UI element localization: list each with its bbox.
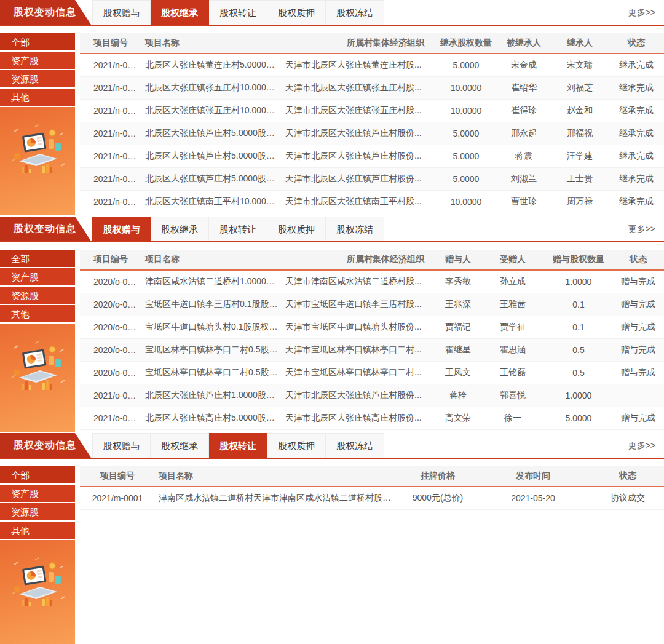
table-cell: 王凤文 bbox=[435, 367, 481, 378]
column-header: 挂牌价格 bbox=[401, 471, 475, 482]
table-cell: 协议成交 bbox=[591, 493, 664, 504]
data-table: 项目编号项目名称挂牌价格发布时间状态 2021/m-0001津南区咸水沽镇二道桥… bbox=[80, 466, 664, 644]
tab-2[interactable]: 股权转让 bbox=[209, 217, 267, 241]
tab-1[interactable]: 股权继承 bbox=[151, 217, 209, 241]
table-cell: 徐一 bbox=[481, 413, 545, 424]
tab-3[interactable]: 股权质押 bbox=[267, 433, 326, 458]
tab-bar: 股权赠与股权继承股权转让股权质押股权冻结 bbox=[92, 433, 384, 458]
table-cell: 天津市宝坻区林亭口镇林亭口二村... bbox=[282, 367, 435, 378]
table-row[interactable]: 2021/n-0043北辰区大张庄镇南王平村10.0000股股权继...天津市北… bbox=[80, 191, 664, 213]
sidebar-item-0[interactable]: 全部 bbox=[0, 250, 75, 268]
table-row[interactable]: 2021/n-0049北辰区大张庄镇张五庄村10.0000股股权继...天津市北… bbox=[80, 77, 664, 100]
table-cell: 天津市北辰区大张庄镇张五庄村股... bbox=[282, 105, 435, 116]
tab-3[interactable]: 股权质押 bbox=[267, 217, 326, 241]
sidebar-item-1[interactable]: 资产股 bbox=[0, 52, 75, 70]
table-row[interactable]: 2020/o-0003宝坻区牛道口镇塘头村0.1股股权赠与项目天津市宝坻区牛道口… bbox=[80, 316, 664, 339]
table-row[interactable]: 2021/n-0044北辰区大张庄镇芦庄村5.0000股股权继承...天津市北辰… bbox=[80, 168, 664, 191]
table-cell: 2021/o-0007 bbox=[80, 391, 141, 400]
table-cell: 北辰区大张庄镇芦庄村5.0000股股权继承... bbox=[141, 128, 282, 139]
tab-4[interactable]: 股权冻结 bbox=[326, 217, 384, 241]
table-row[interactable]: 2021/n-0051北辰区大张庄镇董连庄村5.0000股股权继...天津市北辰… bbox=[80, 54, 664, 77]
section-title-banner: 股权变动信息 bbox=[0, 217, 91, 241]
table-cell: 邢永起 bbox=[497, 128, 551, 139]
section-tab-row: 股权变动信息 股权赠与股权继承股权转让股权质押股权冻结 更多>> bbox=[0, 217, 664, 242]
sidebar-item-2[interactable]: 资源股 bbox=[0, 70, 75, 89]
category-sidebar: 全部资产股资源股其他 bbox=[0, 250, 75, 432]
table-rows: 2021/m-0001津南区咸水沽镇二道桥村天津市津南区咸水沽镇二道桥村股份经.… bbox=[80, 487, 664, 510]
tab-bar: 股权赠与股权继承股权转让股权质押股权冻结 bbox=[92, 0, 384, 25]
table-rows: 2020/o-0005津南区咸水沽镇二道桥村1.0000股股权赠...天津市津南… bbox=[80, 271, 664, 430]
sidebar-item-0[interactable]: 全部 bbox=[0, 33, 75, 52]
data-table: 项目编号项目名称所属村集体经济组织继承股权数量被继承人继承人状态 2021/n-… bbox=[80, 33, 664, 215]
tab-1[interactable]: 股权继承 bbox=[151, 0, 209, 25]
sidebar-item-1[interactable]: 资产股 bbox=[0, 268, 75, 287]
table-cell: 1.0000 bbox=[545, 277, 612, 287]
table-cell: 北辰区大张庄镇张五庄村10.0000股股权继... bbox=[141, 105, 282, 116]
sidebar-item-1[interactable]: 资产股 bbox=[0, 485, 75, 503]
table-cell: 2021/n-0043 bbox=[80, 197, 141, 207]
table-cell: 2020/o-0004 bbox=[80, 300, 141, 309]
column-header: 项目名称 bbox=[141, 38, 282, 49]
sidebar-item-3[interactable]: 其他 bbox=[0, 522, 75, 540]
table-cell: 赠与完成 bbox=[612, 344, 664, 356]
table-row[interactable]: 2020/o-0005津南区咸水沽镇二道桥村1.0000股股权赠...天津市津南… bbox=[80, 271, 664, 293]
equity-section: 股权变动信息 股权赠与股权继承股权转让股权质押股权冻结 更多>> 全部资产股资源… bbox=[0, 0, 664, 215]
tab-1[interactable]: 股权继承 bbox=[151, 433, 209, 458]
table-cell: 北辰区大张庄镇高庄村5.0000股股权赠与... bbox=[141, 413, 282, 424]
table-cell: 霍思涵 bbox=[481, 344, 545, 356]
table-row[interactable]: 2020/o-0004宝坻区牛道口镇李三店村0.1股股权赠与项目天津市宝坻区牛道… bbox=[80, 293, 664, 316]
table-row[interactable]: 2021/o-0006北辰区大张庄镇高庄村5.0000股股权赠与...天津市北辰… bbox=[80, 407, 664, 430]
table-row[interactable]: 2021/n-0046北辰区大张庄镇芦庄村5.0000股股权继承...天津市北辰… bbox=[80, 122, 664, 145]
more-link[interactable]: 更多>> bbox=[628, 217, 655, 241]
table-cell: 王士贵 bbox=[551, 173, 609, 185]
sidebar-item-0[interactable]: 全部 bbox=[0, 466, 75, 485]
more-link[interactable]: 更多>> bbox=[628, 433, 655, 458]
table-cell: 天津市北辰区大张庄镇芦庄村股份... bbox=[282, 151, 435, 162]
column-header: 项目编号 bbox=[80, 254, 141, 265]
table-cell: 曹世珍 bbox=[497, 196, 551, 207]
sidebar-item-3[interactable]: 其他 bbox=[0, 89, 75, 107]
table-cell: 王雅茜 bbox=[481, 299, 545, 310]
table-cell: 5.0000 bbox=[435, 174, 497, 184]
table-cell: 霍继星 bbox=[435, 344, 481, 356]
table-cell: 继承完成 bbox=[609, 60, 664, 71]
equity-section: 股权变动信息 股权赠与股权继承股权转让股权质押股权冻结 更多>> 全部资产股资源… bbox=[0, 433, 664, 644]
table-cell: 汪学建 bbox=[551, 151, 609, 162]
category-list: 全部资产股资源股其他 bbox=[0, 250, 75, 324]
tab-0[interactable]: 股权赠与 bbox=[92, 0, 151, 25]
table-row[interactable]: 2021/m-0001津南区咸水沽镇二道桥村天津市津南区咸水沽镇二道桥村股份经.… bbox=[80, 487, 664, 510]
table-row[interactable]: 2021/n-0045北辰区大张庄镇芦庄村5.0000股股权继承...天津市北辰… bbox=[80, 145, 664, 168]
sidebar-item-3[interactable]: 其他 bbox=[0, 305, 75, 324]
table-cell: 宝坻区牛道口镇塘头村0.1股股权赠与项目 bbox=[141, 322, 282, 333]
table-row[interactable]: 2021/o-0007北辰区大张庄镇芦庄村1.0000股股权赠与...天津市北辰… bbox=[80, 384, 664, 407]
section-title: 股权变动信息 bbox=[14, 440, 76, 450]
table-cell: 崔绍华 bbox=[497, 82, 551, 93]
sidebar-item-2[interactable]: 资源股 bbox=[0, 503, 75, 522]
table-row[interactable]: 2020/o-0002宝坻区林亭口镇林亭口二村0.5股股权赠与...天津市宝坻区… bbox=[80, 339, 664, 362]
table-cell: 0.5 bbox=[545, 368, 612, 378]
category-list: 全部资产股资源股其他 bbox=[0, 466, 75, 540]
tab-0[interactable]: 股权赠与 bbox=[92, 217, 151, 241]
table-cell: 赠与完成 bbox=[612, 299, 664, 310]
table-row[interactable]: 2020/o-0001宝坻区林亭口镇林亭口二村0.5股股权赠与...天津市宝坻区… bbox=[80, 362, 664, 384]
table-cell: 天津市北辰区大张庄镇董连庄村股... bbox=[282, 60, 435, 71]
table-cell: 9000元(总价) bbox=[401, 493, 475, 504]
tab-4[interactable]: 股权冻结 bbox=[326, 433, 384, 458]
table-cell: 北辰区大张庄镇董连庄村5.0000股股权继... bbox=[141, 60, 282, 71]
tab-2[interactable]: 股权转让 bbox=[209, 0, 267, 25]
section-body: 全部资产股资源股其他 bbox=[0, 250, 664, 432]
tab-3[interactable]: 股权质押 bbox=[267, 0, 326, 25]
table-cell: 赠与完成 bbox=[612, 322, 664, 333]
sidebar-item-2[interactable]: 资源股 bbox=[0, 287, 75, 305]
table-cell: 天津市北辰区大张庄镇南王平村股... bbox=[282, 196, 435, 207]
tab-2[interactable]: 股权转让 bbox=[209, 433, 267, 458]
table-cell: 天津市津南区咸水沽镇二道桥村股... bbox=[282, 276, 435, 287]
table-cell: 北辰区大张庄镇芦庄村5.0000股股权继承... bbox=[141, 151, 282, 162]
table-cell: 0.1 bbox=[545, 300, 612, 309]
table-cell: 2021/n-0046 bbox=[80, 129, 141, 138]
column-header: 状态 bbox=[591, 471, 664, 482]
more-link[interactable]: 更多>> bbox=[628, 0, 655, 25]
tab-0[interactable]: 股权赠与 bbox=[92, 433, 151, 458]
table-row[interactable]: 2021/n-0047北辰区大张庄镇张五庄村10.0000股股权继...天津市北… bbox=[80, 100, 664, 122]
tab-4[interactable]: 股权冻结 bbox=[326, 0, 384, 25]
